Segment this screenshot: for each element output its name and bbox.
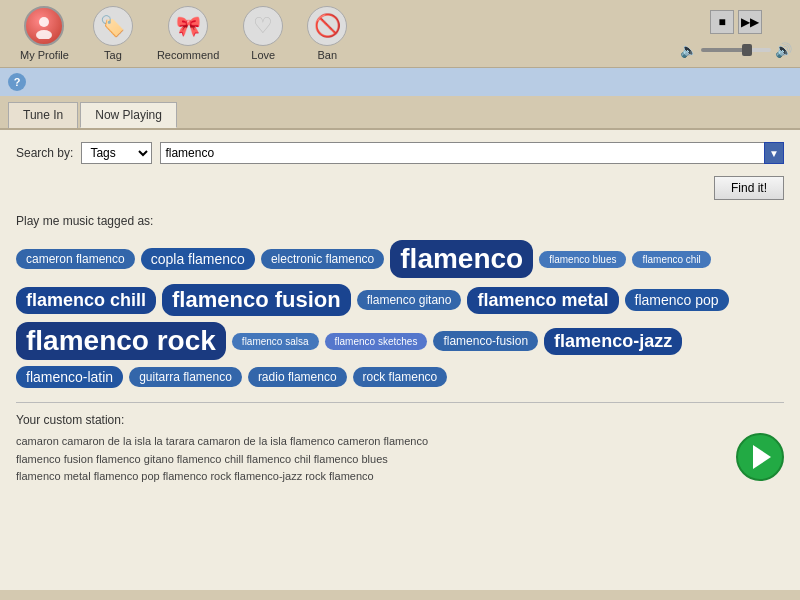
info-bar: ? bbox=[0, 68, 800, 96]
toolbar-item-tag[interactable]: 🏷️ Tag bbox=[81, 2, 145, 65]
tag-pill[interactable]: cameron flamenco bbox=[16, 249, 135, 269]
play-triangle-icon bbox=[753, 445, 771, 469]
find-btn-row: Find it! bbox=[16, 176, 784, 200]
search-dropdown-arrow[interactable]: ▼ bbox=[764, 142, 784, 164]
stop-button[interactable]: ■ bbox=[710, 10, 734, 34]
tag-pill[interactable]: flamenco-latin bbox=[16, 366, 123, 388]
tag-pill[interactable]: rock flamenco bbox=[353, 367, 448, 387]
tab-tune-in[interactable]: Tune In bbox=[8, 102, 78, 128]
search-input[interactable] bbox=[160, 142, 784, 164]
tabs: Tune In Now Playing bbox=[0, 96, 800, 130]
svg-point-0 bbox=[39, 17, 49, 27]
tag-cloud: cameron flamenco copla flamenco electron… bbox=[16, 240, 784, 388]
tag-pill[interactable]: flamenco bbox=[390, 240, 533, 278]
content: Search by: Tags Artists Albums ▼ Find it… bbox=[0, 130, 800, 590]
volume-thumb bbox=[742, 44, 752, 56]
tag-pill[interactable]: flamenco-jazz bbox=[544, 328, 682, 355]
toolbar: My Profile 🏷️ Tag 🎀 Recommend ♡ Love 🚫 B… bbox=[0, 0, 800, 68]
stop-icon: ■ bbox=[718, 15, 725, 29]
tag-pill[interactable]: guitarra flamenco bbox=[129, 367, 242, 387]
tag-pill[interactable]: flamenco sketches bbox=[325, 333, 428, 350]
toolbar-item-ban[interactable]: 🚫 Ban bbox=[295, 2, 359, 65]
tag-icon: 🏷️ bbox=[93, 6, 133, 46]
toolbar-label-ban: Ban bbox=[317, 49, 337, 61]
toolbar-label-my-profile: My Profile bbox=[20, 49, 69, 61]
play-station-button[interactable] bbox=[736, 433, 784, 481]
toolbar-label-tag: Tag bbox=[104, 49, 122, 61]
love-icon: ♡ bbox=[243, 6, 283, 46]
volume-high-icon: 🔊 bbox=[775, 42, 792, 58]
ban-icon: 🚫 bbox=[307, 6, 347, 46]
search-by-label: Search by: bbox=[16, 146, 73, 160]
next-icon: ▶▶ bbox=[741, 15, 759, 29]
search-row: Search by: Tags Artists Albums ▼ bbox=[16, 142, 784, 164]
divider bbox=[16, 402, 784, 403]
custom-station-content: camaron camaron de la isla la tarara cam… bbox=[16, 433, 784, 486]
toolbar-item-my-profile[interactable]: My Profile bbox=[8, 2, 81, 65]
tab-now-playing[interactable]: Now Playing bbox=[80, 102, 177, 128]
toolbar-label-love: Love bbox=[251, 49, 275, 61]
tag-pill[interactable]: copla flamenco bbox=[141, 248, 255, 270]
tag-pill[interactable]: flamenco metal bbox=[467, 287, 618, 314]
tag-pill[interactable]: flamenco gitano bbox=[357, 290, 462, 310]
recommend-icon: 🎀 bbox=[168, 6, 208, 46]
toolbar-item-love[interactable]: ♡ Love bbox=[231, 2, 295, 65]
search-input-wrap: ▼ bbox=[160, 142, 784, 164]
tag-pill[interactable]: flamenco chil bbox=[632, 251, 710, 268]
volume-slider[interactable] bbox=[701, 48, 771, 52]
tag-pill[interactable]: flamenco chill bbox=[16, 287, 156, 314]
svg-point-1 bbox=[36, 30, 52, 39]
volume-area: 🔈 🔊 bbox=[680, 42, 792, 58]
tag-pill[interactable]: electronic flamenco bbox=[261, 249, 384, 269]
transport-controls: ■ ▶▶ bbox=[710, 10, 762, 34]
tag-pill[interactable]: flamenco salsa bbox=[232, 333, 319, 350]
tag-pill[interactable]: flamenco pop bbox=[625, 289, 729, 311]
next-button[interactable]: ▶▶ bbox=[738, 10, 762, 34]
tag-pill[interactable]: flamenco-fusion bbox=[433, 331, 538, 351]
profile-icon bbox=[24, 6, 64, 46]
info-icon: ? bbox=[8, 73, 26, 91]
find-button[interactable]: Find it! bbox=[714, 176, 784, 200]
custom-station-text: camaron camaron de la isla la tarara cam… bbox=[16, 433, 726, 486]
tag-pill[interactable]: flamenco blues bbox=[539, 251, 626, 268]
tag-pill[interactable]: flamenco rock bbox=[16, 322, 226, 360]
custom-station-label: Your custom station: bbox=[16, 413, 784, 427]
tag-pill[interactable]: radio flamenco bbox=[248, 367, 347, 387]
tag-pill[interactable]: flamenco fusion bbox=[162, 284, 351, 316]
toolbar-item-recommend[interactable]: 🎀 Recommend bbox=[145, 2, 231, 65]
search-by-select[interactable]: Tags Artists Albums bbox=[81, 142, 152, 164]
toolbar-label-recommend: Recommend bbox=[157, 49, 219, 61]
play-me-label: Play me music tagged as: bbox=[16, 214, 784, 228]
volume-low-icon: 🔈 bbox=[680, 42, 697, 58]
